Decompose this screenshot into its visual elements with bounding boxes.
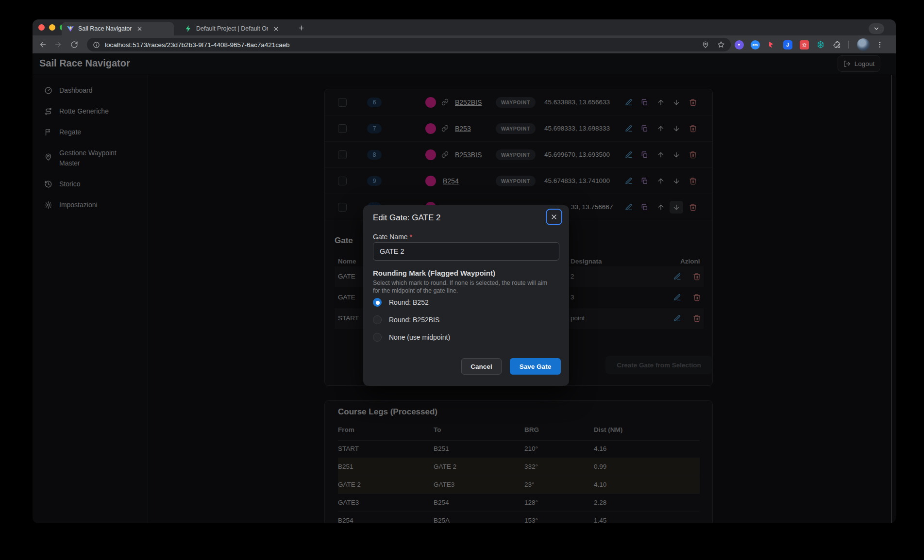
radio-icon[interactable] (373, 333, 382, 342)
new-tab-button[interactable] (298, 24, 305, 33)
traffic-close-button[interactable] (38, 24, 45, 31)
tab-title: Default Project | Default Orga (196, 25, 268, 32)
traffic-minimize-button[interactable] (49, 24, 55, 31)
radio-option-b252bis[interactable]: Round: B252BIS (373, 314, 439, 326)
profile-avatar[interactable] (857, 38, 870, 51)
tab-search-chevron-button[interactable] (869, 23, 884, 34)
bookmark-star-icon[interactable] (717, 41, 725, 49)
extensions-puzzle-icon[interactable] (831, 38, 843, 51)
forward-button[interactable] (54, 40, 62, 49)
extension-j-icon[interactable]: J (781, 38, 794, 51)
vite-logo-icon (67, 25, 74, 33)
back-button[interactable] (39, 40, 47, 49)
toolbar-divider (848, 41, 849, 49)
tab-close-icon[interactable] (136, 26, 143, 32)
cancel-button[interactable]: Cancel (461, 358, 502, 375)
extension-zoom-icon[interactable]: zm (749, 38, 761, 51)
extension-web-icon[interactable] (814, 38, 827, 51)
radio-option-b252[interactable]: Round: B252 (373, 296, 429, 308)
required-asterisk: * (409, 233, 412, 241)
tab-close-icon[interactable] (273, 26, 279, 32)
gate-name-input[interactable] (373, 242, 559, 261)
tab-default-project[interactable]: Default Project | Default Orga (180, 22, 290, 35)
tab-sail-race-navigator[interactable]: Sail Race Navigator (62, 22, 174, 35)
extension-purple-icon[interactable] (733, 38, 745, 51)
tab-title: Sail Race Navigator (78, 25, 132, 32)
modal-title: Edit Gate: GATE 2 (373, 213, 441, 223)
gate-name-label: Gate Name * (373, 233, 412, 241)
browser-window: Sail Race Navigator Default Project | De… (33, 19, 896, 523)
browser-menu-icon[interactable] (874, 38, 886, 51)
extension-bee-icon[interactable] (798, 38, 810, 51)
location-pin-icon[interactable] (702, 41, 709, 49)
radio-option-none[interactable]: None (use midpoint) (373, 331, 450, 343)
tab-strip: Sail Race Navigator Default Project | De… (33, 19, 896, 35)
app-viewport: Sail Race Navigator Logout Dashboard Rot… (33, 53, 896, 523)
close-icon[interactable] (546, 209, 562, 225)
extension-play-icon[interactable] (765, 38, 777, 51)
reload-button[interactable] (70, 41, 78, 49)
url-text[interactable]: localhost:5173/races/23d7b2b3-9f71-4408-… (105, 41, 702, 49)
radio-selected-icon[interactable] (373, 298, 382, 307)
save-gate-button[interactable]: Save Gate (510, 358, 561, 375)
site-info-icon[interactable] (93, 41, 100, 49)
supabase-bolt-icon (185, 25, 192, 33)
radio-icon[interactable] (373, 315, 382, 324)
edit-gate-modal: Edit Gate: GATE 2 Gate Name * Rounding M… (363, 205, 569, 386)
url-bar[interactable]: localhost:5173/races/23d7b2b3-9f71-4408-… (87, 38, 731, 51)
rounding-mark-title: Rounding Mark (Flagged Waypoint) (373, 269, 495, 277)
rounding-mark-help: Select which mark to round. If none is s… (373, 279, 554, 295)
